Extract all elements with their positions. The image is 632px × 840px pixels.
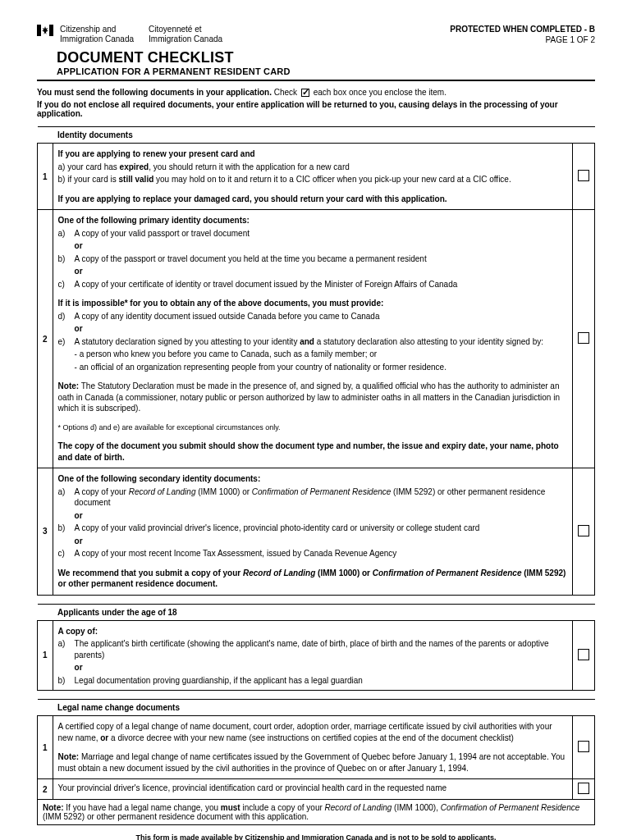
svg-rect-1 bbox=[49, 25, 53, 36]
item-number: 1 bbox=[38, 144, 53, 210]
item-number: 2 bbox=[38, 779, 53, 800]
dept-fr-line1: Citoyenneté et bbox=[149, 25, 222, 34]
header-right: PROTECTED WHEN COMPLETED - B PAGE 1 OF 2 bbox=[450, 25, 595, 44]
legal-item-2: 2 Your provincial driver's licence, prov… bbox=[38, 779, 595, 800]
section-legal: Legal name change documents 1 A certifie… bbox=[37, 699, 595, 800]
dept-fr-line2: Immigration Canada bbox=[149, 34, 222, 44]
item-content: If you are applying to renew your presen… bbox=[53, 144, 572, 210]
item-number: 1 bbox=[38, 716, 53, 779]
item-number: 2 bbox=[38, 210, 53, 468]
item-number: 3 bbox=[38, 468, 53, 596]
instruction-line-1: You must send the following documents in… bbox=[37, 88, 595, 97]
instruction-line-2: If you do not enclose all required docum… bbox=[37, 100, 595, 118]
checkbox-legal-2[interactable] bbox=[578, 783, 589, 794]
department-names: Citizenship and Immigration Canada Citoy… bbox=[60, 25, 222, 44]
checkbox-under18-1[interactable] bbox=[578, 649, 589, 660]
item-content: Your provincial driver's licence, provin… bbox=[53, 779, 572, 800]
item-number: 1 bbox=[38, 620, 53, 691]
canada-flag-icon bbox=[37, 25, 53, 36]
under18-item-1: 1 A copy of: a)The applicant's birth cer… bbox=[38, 620, 595, 691]
svg-rect-0 bbox=[37, 25, 41, 36]
dept-en-line2: Immigration Canada bbox=[60, 34, 134, 44]
item-content: One of the following primary identity do… bbox=[53, 210, 572, 468]
dept-en-line1: Citizenship and bbox=[60, 25, 134, 34]
item-content: A certified copy of a legal change of na… bbox=[53, 716, 572, 779]
checkbox-identity-3[interactable] bbox=[578, 525, 589, 536]
page-number: PAGE 1 OF 2 bbox=[450, 35, 595, 44]
identity-item-3: 3 One of the following secondary identit… bbox=[38, 468, 595, 596]
title-divider bbox=[37, 80, 595, 81]
identity-item-2: 2 One of the following primary identity … bbox=[38, 210, 595, 468]
protected-label: PROTECTED WHEN COMPLETED - B bbox=[450, 25, 595, 34]
item-content: A copy of: a)The applicant's birth certi… bbox=[53, 620, 572, 691]
section-title-identity: Identity documents bbox=[53, 127, 594, 144]
header-left: Citizenship and Immigration Canada Citoy… bbox=[37, 25, 222, 44]
legal-item-1: 1 A certified copy of a legal change of … bbox=[38, 716, 595, 779]
legal-bottom-note: Note: If you have had a legal name chang… bbox=[37, 800, 595, 825]
document-subtitle: APPLICATION FOR A PERMANENT RESIDENT CAR… bbox=[57, 66, 595, 76]
section-identity: Identity documents 1 If you are applying… bbox=[37, 126, 595, 595]
section-under18: Applicants under the age of 18 1 A copy … bbox=[37, 604, 595, 692]
title-block: DOCUMENT CHECKLIST APPLICATION FOR A PER… bbox=[57, 49, 595, 76]
identity-item-1: 1 If you are applying to renew your pres… bbox=[38, 144, 595, 210]
footer-line-1: This form is made available by Citizensh… bbox=[37, 833, 595, 840]
header: Citizenship and Immigration Canada Citoy… bbox=[37, 25, 595, 44]
checkbox-identity-2[interactable] bbox=[578, 332, 589, 344]
document-title: DOCUMENT CHECKLIST bbox=[57, 49, 595, 66]
instruction-bold: You must send the following documents in… bbox=[37, 88, 272, 97]
item-content: One of the following secondary identity … bbox=[53, 468, 572, 596]
checkbox-identity-1[interactable] bbox=[578, 170, 589, 181]
section-title-legal: Legal name change documents bbox=[53, 700, 594, 716]
section-title-under18: Applicants under the age of 18 bbox=[53, 604, 594, 620]
checkmark-icon bbox=[301, 89, 309, 97]
checkbox-legal-1[interactable] bbox=[578, 741, 589, 752]
